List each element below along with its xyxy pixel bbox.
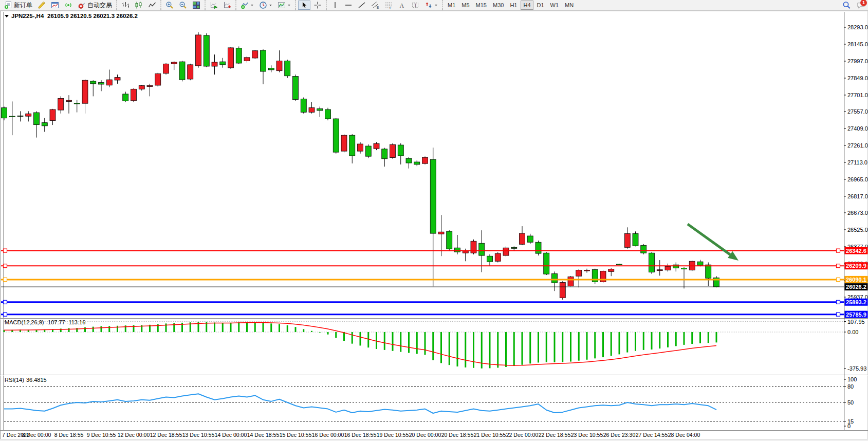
candle-body <box>463 251 468 253</box>
hline-handle[interactable] <box>837 249 840 252</box>
macd-bar <box>319 332 321 333</box>
candle-body <box>503 248 509 255</box>
time-axis-label: 14 Dec 00:00 <box>215 432 247 438</box>
cursor-button[interactable] <box>298 1 310 10</box>
candle-body <box>422 157 428 163</box>
hline-handle[interactable] <box>4 300 7 304</box>
candle-body <box>42 123 47 126</box>
timeframe-m30[interactable]: M30 <box>490 1 506 10</box>
chevron-down-icon[interactable] <box>434 1 438 9</box>
hline-handle[interactable] <box>4 313 7 316</box>
hline-handle[interactable] <box>4 264 7 268</box>
tile-windows-button[interactable] <box>190 1 202 10</box>
candle-body <box>204 35 209 66</box>
timeframe-d1[interactable]: D1 <box>534 1 547 10</box>
svg-text:T: T <box>414 3 417 8</box>
search-button[interactable] <box>839 1 851 10</box>
svg-text:A: A <box>400 2 404 9</box>
fibonacci-button[interactable]: F <box>382 1 395 10</box>
candle-body <box>66 100 72 101</box>
hline-handle[interactable] <box>4 278 7 281</box>
hline-handle[interactable] <box>837 278 840 281</box>
timeframe-h4[interactable]: H4 <box>521 1 533 10</box>
timeframe-m15[interactable]: M15 <box>473 1 489 10</box>
candle-body <box>398 145 403 156</box>
text-label-button[interactable]: T <box>409 1 421 10</box>
timeframe-mn[interactable]: MN <box>562 1 576 10</box>
macd-bar <box>659 332 660 348</box>
search-icon <box>842 3 851 11</box>
candle-body <box>544 253 549 274</box>
chart-window[interactable]: 28293.028145.027997.027849.027701.027557… <box>0 11 868 441</box>
periods-button[interactable] <box>257 1 274 10</box>
indicators-button[interactable] <box>238 1 256 10</box>
candles-icon <box>135 1 143 9</box>
macd-bar <box>327 332 329 335</box>
auto-scroll-button[interactable] <box>208 1 220 10</box>
styler-button[interactable] <box>35 1 48 10</box>
chevron-down-icon[interactable] <box>269 1 272 9</box>
candle-body <box>511 247 517 248</box>
notifications-button[interactable]: 1 <box>854 1 865 10</box>
auto-trading-button[interactable]: 自动交易 <box>76 1 114 10</box>
macd-scale-label: -375.93 <box>847 365 866 372</box>
time-axis-label: 8 Dec 00:00 <box>22 432 51 438</box>
zoom-in-button[interactable] <box>163 1 176 10</box>
candle-body <box>228 48 234 68</box>
toolbar-group: 新订单自动交易 <box>0 0 116 10</box>
new-order-button[interactable]: 新订单 <box>2 1 34 10</box>
timeframe-m5[interactable]: M5 <box>459 1 472 10</box>
new-order-label: 新订单 <box>14 1 32 10</box>
line-chart-button[interactable] <box>146 1 158 10</box>
price-tick-label: 27557.0 <box>847 108 868 115</box>
equidistant-channel-button[interactable]: E <box>369 1 381 10</box>
macd-bar <box>93 327 94 332</box>
timeframe-m1[interactable]: M1 <box>445 1 458 10</box>
trendline-button[interactable] <box>356 1 368 10</box>
candle-body <box>317 108 323 111</box>
rsi-scale-label: 100 <box>847 376 857 382</box>
timeframe-h1[interactable]: H1 <box>507 1 520 10</box>
vertical-line-button[interactable] <box>329 1 341 10</box>
macd-bar <box>667 332 669 347</box>
macd-bar <box>457 332 458 366</box>
chart-title-ohlc: 26105.9 26120.5 26021.3 26026.2 <box>47 13 138 19</box>
candles-button[interactable] <box>133 1 145 10</box>
hline-handle[interactable] <box>837 300 840 304</box>
candle-body <box>99 83 104 84</box>
arrows-icon <box>424 1 433 9</box>
candle-body <box>414 162 420 164</box>
hline-handle[interactable] <box>837 313 840 316</box>
candle-body <box>139 85 144 89</box>
text-button[interactable]: A <box>396 1 408 10</box>
candle-body <box>2 108 7 118</box>
timeframe-group: M1M5M15M30H1H4D1W1MN <box>442 0 578 10</box>
signal-button[interactable] <box>62 1 75 10</box>
templates-button[interactable] <box>275 1 293 10</box>
candle-body <box>471 241 476 253</box>
chart-shift-button[interactable] <box>221 1 233 10</box>
macd-bar <box>643 332 644 350</box>
candle-body <box>9 116 15 117</box>
macd-bar <box>101 326 102 332</box>
hline-handle[interactable] <box>4 249 7 252</box>
candle-body <box>268 68 274 70</box>
horizontal-line-button[interactable] <box>342 1 355 10</box>
timeframe-w1[interactable]: W1 <box>548 1 562 10</box>
candle-body <box>527 236 533 242</box>
macd-bar <box>303 329 304 332</box>
crosshair-button[interactable] <box>311 1 324 10</box>
chevron-down-icon[interactable] <box>287 1 291 9</box>
hline-handle[interactable] <box>837 264 840 268</box>
time-axis-label: 21 Dec 10:55 <box>474 432 506 438</box>
zoom-out-button[interactable] <box>177 1 189 10</box>
arrows-button[interactable] <box>422 1 440 10</box>
macd-bar <box>651 332 653 350</box>
macd-bar <box>716 332 717 342</box>
chevron-down-icon[interactable] <box>250 1 254 9</box>
macd-bar <box>586 332 588 360</box>
bars-button[interactable] <box>119 1 132 10</box>
candle-body <box>673 265 679 268</box>
horizontal-line-icon <box>344 1 353 9</box>
chart-window-button[interactable] <box>49 1 61 10</box>
